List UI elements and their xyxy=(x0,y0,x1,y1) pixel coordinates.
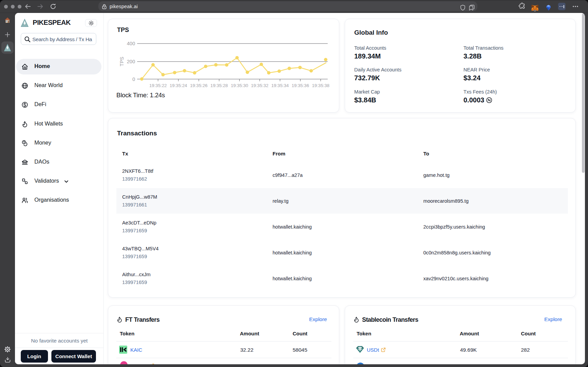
svg-text:19:35:26: 19:35:26 xyxy=(190,83,208,88)
svg-text:400: 400 xyxy=(127,41,135,46)
svg-text:19:35:32: 19:35:32 xyxy=(251,83,268,88)
svg-text:19:35:36: 19:35:36 xyxy=(292,83,309,88)
svg-text:19:35:28: 19:35:28 xyxy=(210,83,228,88)
svg-text:0: 0 xyxy=(132,77,135,82)
svg-text:19:35:24: 19:35:24 xyxy=(170,83,187,88)
svg-text:19:35:30: 19:35:30 xyxy=(231,83,248,88)
svg-text:TPS: TPS xyxy=(119,57,125,66)
svg-text:200: 200 xyxy=(127,59,135,64)
svg-text:19:35:22: 19:35:22 xyxy=(149,83,167,88)
svg-text:19:35:34: 19:35:34 xyxy=(271,83,289,88)
svg-text:19:35:38: 19:35:38 xyxy=(312,83,329,88)
